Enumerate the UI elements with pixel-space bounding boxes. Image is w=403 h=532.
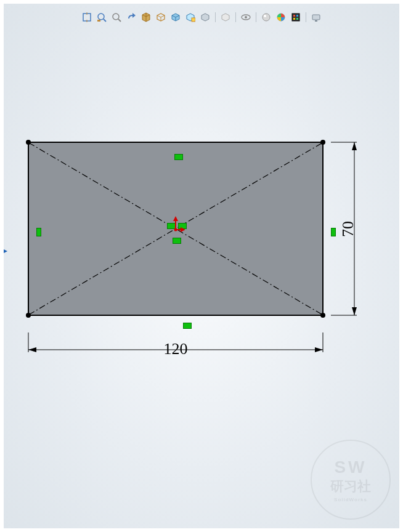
panel-expand-handle[interactable]: ▸ bbox=[4, 246, 7, 255]
svg-point-11 bbox=[263, 14, 270, 21]
zoom-icon[interactable] bbox=[110, 11, 123, 23]
svg-rect-16 bbox=[296, 15, 298, 17]
svg-marker-32 bbox=[315, 347, 323, 352]
section-view-icon[interactable] bbox=[140, 11, 152, 23]
dimension-height-value[interactable]: 70 bbox=[339, 221, 357, 237]
svg-rect-20 bbox=[315, 20, 317, 22]
svg-marker-37 bbox=[352, 307, 357, 315]
apply-scene-icon[interactable] bbox=[219, 11, 232, 23]
toolbar-separator bbox=[256, 12, 256, 22]
svg-rect-14 bbox=[292, 14, 299, 21]
watermark-cn: 研习社 bbox=[330, 477, 371, 496]
svg-rect-8 bbox=[192, 18, 195, 22]
svg-point-12 bbox=[264, 15, 266, 17]
relation-horizontal-icon[interactable] bbox=[183, 323, 192, 329]
previous-view-icon[interactable] bbox=[125, 11, 137, 23]
svg-marker-31 bbox=[28, 347, 36, 352]
toolbar-separator bbox=[235, 12, 236, 22]
watermark-abbr: SW bbox=[334, 457, 367, 477]
heads-up-view-toolbar bbox=[77, 10, 326, 25]
screen-capture-icon[interactable] bbox=[310, 11, 322, 23]
dimension-width[interactable]: 120 bbox=[28, 332, 324, 357]
settings-icon[interactable] bbox=[290, 11, 302, 23]
view-visibility-icon[interactable] bbox=[240, 11, 252, 23]
svg-marker-26 bbox=[181, 227, 185, 232]
zoom-to-fit-icon[interactable] bbox=[81, 11, 93, 23]
svg-point-27 bbox=[174, 228, 177, 232]
svg-rect-15 bbox=[293, 15, 295, 17]
display-style-icon[interactable] bbox=[169, 11, 182, 23]
relation-horizontal-icon[interactable] bbox=[174, 154, 183, 160]
svg-marker-36 bbox=[352, 142, 357, 150]
svg-rect-19 bbox=[312, 15, 320, 20]
svg-rect-17 bbox=[293, 18, 295, 20]
toolbar-separator bbox=[215, 12, 216, 22]
relation-vertical-icon[interactable] bbox=[36, 228, 41, 236]
sketch-point[interactable] bbox=[26, 313, 31, 318]
sketch-point[interactable] bbox=[26, 140, 31, 145]
svg-marker-24 bbox=[173, 216, 178, 221]
sketch-point[interactable] bbox=[320, 313, 325, 318]
hide-show-icon[interactable] bbox=[184, 11, 197, 23]
dimension-height[interactable]: 70 bbox=[331, 142, 362, 316]
svg-line-4 bbox=[104, 19, 106, 22]
svg-rect-5 bbox=[97, 20, 100, 22]
watermark-logo: SW 研习社 SolidWorks bbox=[311, 440, 391, 520]
sketch-canvas[interactable]: 120 70 bbox=[28, 142, 373, 363]
render-tools-icon[interactable] bbox=[260, 11, 272, 23]
dimension-width-value[interactable]: 120 bbox=[164, 340, 188, 358]
toolbar-separator bbox=[306, 12, 306, 22]
origin-icon[interactable] bbox=[166, 215, 185, 242]
zoom-area-icon[interactable] bbox=[96, 11, 108, 23]
svg-point-3 bbox=[98, 14, 104, 20]
edit-appearance-icon[interactable] bbox=[199, 11, 211, 23]
svg-line-7 bbox=[118, 19, 121, 22]
appearances-icon[interactable] bbox=[275, 11, 287, 23]
sketch-point[interactable] bbox=[320, 140, 325, 145]
svg-rect-18 bbox=[296, 18, 298, 20]
svg-point-10 bbox=[245, 16, 247, 18]
watermark-en: SolidWorks bbox=[334, 497, 367, 502]
svg-point-6 bbox=[113, 14, 119, 20]
view-orientation-icon[interactable] bbox=[155, 11, 167, 23]
